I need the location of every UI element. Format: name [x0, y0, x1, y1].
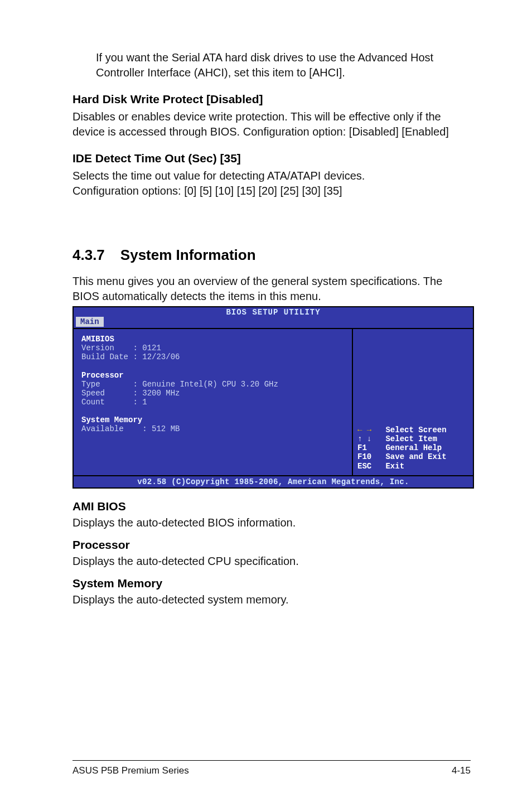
bios-left-pane: AMIBIOS Version : 0121 Build Date : 12/2…	[74, 329, 353, 475]
ide-detect-line2: Configuration options: [0] [5] [10] [15]…	[72, 183, 471, 199]
intro-paragraph: If you want the Serial ATA hard disk dri…	[72, 50, 471, 80]
page-footer: ASUS P5B Premium Series 4-15	[72, 760, 471, 776]
ide-detect-line1: Selects the time out value for detecting…	[72, 168, 471, 183]
section-heading: 4.3.7System Information	[72, 247, 471, 264]
bios-available-label: Available	[81, 424, 124, 433]
heading-system-memory: System Memory	[72, 577, 471, 590]
help-save-exit: Save and Exit	[385, 452, 446, 461]
help-select-item: Select Item	[385, 434, 437, 443]
system-memory-body: Displays the auto-detected system memory…	[72, 592, 471, 607]
bios-tab-row: Main	[74, 317, 473, 328]
bios-count-value: 1	[142, 398, 147, 407]
bios-available-value: 512 MB	[152, 424, 180, 433]
bios-type-value: Genuine Intel(R) CPU 3.20 GHz	[142, 380, 278, 389]
help-select-screen: Select Screen	[385, 426, 446, 434]
bios-main-area: AMIBIOS Version : 0121 Build Date : 12/2…	[74, 328, 473, 475]
bios-right-pane: ← → Select Screen ↑ ↓ Select Item F1 Gen…	[353, 329, 473, 475]
bios-system-memory-heading: System Memory	[81, 416, 142, 424]
arrow-left-right-icon: ← →	[357, 426, 371, 434]
footer-right: 4-15	[452, 765, 471, 776]
help-general-help: General Help	[385, 443, 442, 452]
bios-processor-heading: Processor	[81, 371, 124, 380]
bios-amibios-heading: AMIBIOS	[81, 335, 114, 344]
footer-left: ASUS P5B Premium Series	[72, 765, 189, 776]
section-title: System Information	[120, 247, 256, 263]
bios-title-bar: BIOS SETUP UTILITY	[74, 307, 473, 317]
help-exit: Exit	[385, 462, 404, 471]
section-body: This menu gives you an overview of the g…	[72, 274, 471, 304]
arrow-up-down-icon: ↑ ↓	[357, 434, 371, 443]
bios-version-label: Version	[81, 344, 114, 352]
help-esc-key: ESC	[357, 462, 371, 471]
heading-ami-bios: AMI BIOS	[72, 500, 471, 513]
help-f10-key: F10	[357, 452, 371, 461]
processor-body: Displays the auto-detected CPU specifica…	[72, 554, 471, 569]
help-f1-key: F1	[357, 443, 367, 452]
bios-speed-value: 3200 MHz	[142, 389, 180, 398]
bios-setup-utility-box: BIOS SETUP UTILITY Main AMIBIOS Version …	[72, 306, 474, 489]
bios-speed-label: Speed	[81, 389, 105, 398]
ami-bios-body: Displays the auto-detected BIOS informat…	[72, 515, 471, 530]
bios-count-label: Count	[81, 398, 105, 407]
heading-hard-disk-write-protect: Hard Disk Write Protect [Disabled]	[72, 93, 471, 106]
bios-help-block: ← → Select Screen ↑ ↓ Select Item F1 Gen…	[357, 426, 468, 471]
bios-build-date-label: Build Date	[81, 352, 128, 361]
bios-footer: v02.58 (C)Copyright 1985-2006, American …	[74, 475, 473, 487]
bios-type-label: Type	[81, 380, 100, 389]
bios-build-date-value: 12/23/06	[142, 352, 180, 361]
bios-version-value: 0121	[142, 344, 161, 352]
bios-tab-main[interactable]: Main	[76, 317, 104, 327]
heading-ide-detect-time-out: IDE Detect Time Out (Sec) [35]	[72, 152, 471, 165]
hard-disk-body: Disables or enables device write protect…	[72, 109, 471, 139]
heading-processor: Processor	[72, 538, 471, 552]
section-number: 4.3.7	[72, 247, 105, 264]
